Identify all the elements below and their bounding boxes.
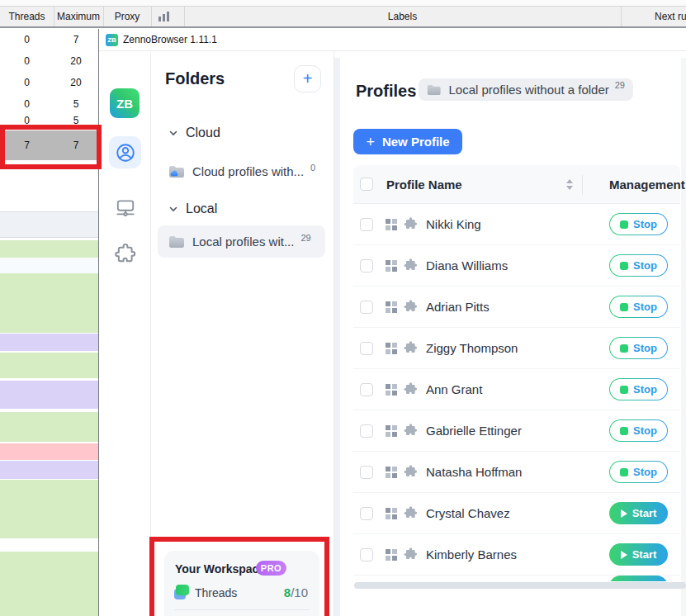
stop-button[interactable]: Stop [609, 296, 668, 318]
thread-row[interactable]: 05 [0, 113, 98, 128]
chevron-down-icon [168, 128, 178, 138]
table-header: Profile Name Management [353, 165, 680, 204]
panel-gutter [334, 58, 340, 616]
sidebar-item-extensions[interactable] [109, 238, 141, 270]
column-header-labels[interactable]: Labels [184, 7, 621, 26]
profile-type-icon [403, 216, 419, 232]
status-stripe [0, 211, 98, 238]
thread-row[interactable]: 77 [0, 130, 98, 160]
background-app-header: Threads Maximum Proxy Labels Next ru [0, 7, 686, 28]
stop-button[interactable]: Stop [609, 213, 668, 235]
grid-icon[interactable] [386, 549, 397, 561]
folder-item-cloud[interactable]: Cloud profiles with... 0 [158, 155, 325, 187]
profile-name: Gabrielle Ettinger [426, 424, 522, 438]
folder-item-label: Cloud profiles with... [192, 164, 304, 178]
row-action: Stop [609, 213, 668, 235]
folders-panel: Folders + Cloud Cloud profiles with... 0… [151, 51, 334, 616]
row-action: Stop [609, 378, 668, 400]
folder-item-count: 29 [300, 233, 310, 243]
status-stripe [0, 461, 98, 479]
grid-icon[interactable] [386, 467, 397, 478]
status-stripe [0, 381, 98, 409]
row-checkbox[interactable] [360, 424, 373, 438]
grid-icon[interactable] [386, 260, 397, 272]
row-checkbox[interactable] [360, 548, 373, 562]
status-stripe [0, 552, 98, 616]
sidebar-item-profiles[interactable] [109, 136, 141, 168]
row-action: Start [609, 543, 668, 566]
thread-row[interactable]: 05 [0, 97, 98, 111]
folder-item-local[interactable]: Local profiles wit... 29 [158, 225, 325, 258]
threads-value: 0 [0, 32, 54, 47]
profile-name: Adrian Pitts [426, 300, 490, 314]
section-label: Cloud [186, 126, 220, 140]
table-row: Natasha HoffmanStop [353, 452, 680, 493]
local-folder-icon [168, 235, 185, 249]
start-button[interactable]: Start [609, 576, 668, 581]
stop-button[interactable]: Stop [609, 254, 668, 277]
column-header-threads[interactable]: Threads [0, 7, 54, 26]
profile-type-icon [403, 423, 419, 438]
section-local[interactable]: Local [168, 201, 217, 216]
bar-chart-icon[interactable] [158, 12, 169, 21]
pro-badge: PRO [256, 561, 286, 576]
status-stripe [0, 273, 98, 333]
threads-value: 8/10 [284, 585, 308, 599]
start-button[interactable]: Start [609, 502, 668, 524]
start-button[interactable]: Start [609, 543, 668, 566]
vertical-scrollbar[interactable] [681, 58, 686, 616]
column-header-next-run[interactable]: Next ru [655, 7, 686, 26]
status-dot-icon [620, 427, 628, 435]
cloud-folder-icon [168, 165, 185, 178]
current-folder-chip[interactable]: Local profiles without a folder 29 [419, 78, 633, 101]
profile-name: Ziggy Thompson [426, 341, 518, 355]
profile-type-icon [403, 547, 419, 562]
sidebar-item-devices[interactable] [109, 192, 141, 224]
row-checkbox[interactable] [360, 466, 373, 479]
play-icon [621, 551, 627, 559]
grid-icon[interactable] [386, 219, 397, 230]
threads-value: 0 [0, 113, 54, 128]
folders-title: Folders [165, 69, 225, 88]
column-header-proxy[interactable]: Proxy [103, 7, 151, 26]
row-checkbox[interactable] [360, 507, 373, 520]
section-label: Local [186, 201, 217, 216]
thread-row[interactable]: 020 [0, 75, 98, 90]
stop-button[interactable]: Stop [609, 378, 668, 400]
threads-label: Threads [195, 586, 237, 599]
row-checkbox[interactable] [360, 301, 373, 314]
row-action: Stop [609, 419, 668, 442]
thread-row[interactable]: 07 [0, 32, 98, 47]
chevron-down-icon [168, 204, 178, 214]
threads-value: 0 [0, 75, 54, 90]
folder-item-count: 0 [310, 163, 315, 173]
thread-row[interactable]: 020 [0, 54, 98, 69]
folder-item-label: Local profiles wit... [192, 235, 294, 249]
add-folder-button[interactable]: + [294, 65, 321, 92]
profile-type-icon [403, 505, 419, 521]
row-checkbox[interactable] [360, 218, 373, 231]
profiles-main: Profiles Local profiles without a folder… [334, 51, 686, 616]
row-checkbox[interactable] [360, 259, 373, 272]
new-profile-button[interactable]: + New Profile [353, 129, 462, 154]
column-header-maximum[interactable]: Maximum [54, 7, 103, 26]
row-checkbox[interactable] [360, 342, 373, 355]
grid-icon[interactable] [386, 508, 397, 519]
select-all-checkbox[interactable] [360, 178, 373, 191]
grid-icon[interactable] [386, 425, 397, 437]
sidebar: ZB [99, 51, 150, 616]
stop-button[interactable]: Stop [609, 419, 668, 442]
sort-icon[interactable] [566, 179, 573, 190]
grid-icon[interactable] [386, 301, 397, 313]
grid-icon[interactable] [386, 384, 397, 396]
workspace-card: Your Workspace PRO Threads 8/10 [164, 551, 319, 616]
table-row: Nikki KingStop [353, 204, 680, 245]
row-checkbox[interactable] [360, 383, 373, 396]
section-cloud[interactable]: Cloud [168, 126, 220, 140]
stop-button[interactable]: Stop [609, 337, 668, 359]
horizontal-scrollbar[interactable] [354, 582, 686, 589]
stop-button[interactable]: Stop [609, 461, 668, 483]
grid-icon[interactable] [386, 343, 397, 354]
table-row: Adrian PittsStop [353, 287, 680, 328]
remote-device-icon [115, 197, 136, 220]
